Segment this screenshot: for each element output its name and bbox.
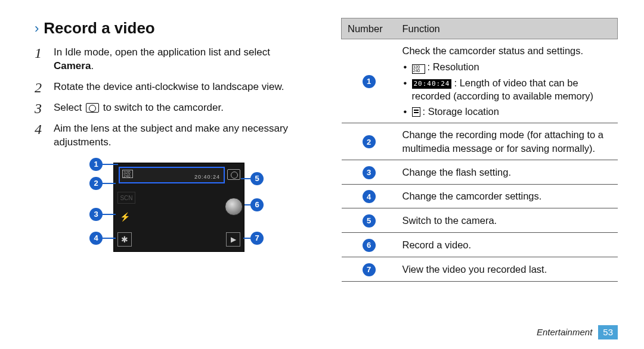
function-text: Change the recording mode (for attaching… <box>402 128 612 155</box>
heading-text: Record a video <box>44 18 154 39</box>
function-text: Check the camcorder status and settings. <box>402 44 612 57</box>
number-badge: 4 <box>363 190 376 203</box>
number-badge: 2 <box>363 135 376 148</box>
footer-section: Entertainment <box>537 326 592 338</box>
callout-line <box>103 238 116 239</box>
table-cell-function: Change the camcorder settings. <box>397 184 618 208</box>
play-last-icon: ▶ <box>226 232 240 247</box>
table-row: 2Change the recording mode (for attachin… <box>342 123 618 160</box>
record-button-icon <box>225 198 243 216</box>
table-cell-function: Check the camcorder status and settings.… <box>397 39 618 123</box>
callout-line <box>243 238 250 239</box>
section-heading: › Record a video <box>35 18 311 39</box>
table-row: 6Record a video. <box>342 233 618 257</box>
callout-7: 7 <box>250 232 264 245</box>
bullet-text: : Storage location <box>423 106 499 117</box>
callout-5: 5 <box>250 172 264 185</box>
table-cell-function: View the video you recorded last. <box>397 257 618 281</box>
bullet-item: 320240: Resolution <box>402 60 612 74</box>
bullet-item: 20:40:24: Length of video that can be re… <box>402 76 612 103</box>
table-row: 1Check the camcorder status and settings… <box>342 39 618 123</box>
callout-line <box>241 178 250 179</box>
time-counter-icon: 20:40:24 <box>412 79 452 89</box>
step-text: Rotate the device anti-clockwise to land… <box>54 81 284 92</box>
callout-1: 1 <box>89 158 103 171</box>
step-1: 1 In Idle mode, open the application lis… <box>35 46 311 73</box>
step-bold: Camera <box>54 60 91 71</box>
time-remaining-icon: 20:40:24 <box>194 173 220 180</box>
table-cell-number: 2 <box>342 123 397 160</box>
callout-3: 3 <box>89 208 103 221</box>
diagram-status-bar: 320240 20:40:24 <box>119 167 225 183</box>
chevron-right-icon: › <box>35 20 39 38</box>
callout-line <box>103 164 118 165</box>
step-4: 4 Aim the lens at the subject and make a… <box>35 122 311 149</box>
settings-gear-icon: ✱ <box>117 232 132 247</box>
bullet-text: : Resolution <box>428 61 479 72</box>
table-row: 4Change the camcorder settings. <box>342 184 618 208</box>
number-badge: 1 <box>363 75 376 88</box>
function-text: Record a video. <box>402 238 612 251</box>
scene-mode-icon: SCN <box>117 192 135 204</box>
step-list: 1 In Idle mode, open the application lis… <box>35 46 311 149</box>
table-cell-number: 3 <box>342 160 397 184</box>
table-header-function: Function <box>397 18 618 39</box>
callout-line <box>103 183 116 184</box>
table-header-number: Number <box>342 18 397 39</box>
step-text: Aim the lens at the subject and make any… <box>54 123 288 148</box>
table-row: 3Change the flash setting. <box>342 160 618 184</box>
callout-6: 6 <box>250 198 264 211</box>
resolution-icon: 320240 <box>122 170 133 178</box>
table-cell-function: Record a video. <box>397 233 618 257</box>
function-text: Change the flash setting. <box>402 166 612 179</box>
step-number: 2 <box>35 78 42 97</box>
table-cell-number: 5 <box>342 208 397 233</box>
number-badge: 5 <box>363 214 376 228</box>
number-badge: 6 <box>363 239 376 252</box>
function-text: View the video you recorded last. <box>402 263 612 276</box>
bullet-item: : Storage location <box>402 105 612 118</box>
table-row: 7View the video you recorded last. <box>342 257 618 281</box>
table-cell-function: Change the flash setting. <box>397 160 618 184</box>
storage-icon <box>412 107 420 117</box>
function-text: Change the camcorder settings. <box>402 189 612 202</box>
table-cell-function: Switch to the camera. <box>397 208 618 233</box>
step-number: 4 <box>35 120 42 139</box>
footer-page-number: 53 <box>598 325 618 339</box>
callout-line <box>244 204 250 205</box>
step-3: 3 Select to switch to the camcorder. <box>35 101 311 115</box>
camera-icon <box>86 103 99 113</box>
function-table: Number Function 1Check the camcorder sta… <box>341 18 618 282</box>
step-number: 1 <box>35 43 42 63</box>
number-badge: 7 <box>363 263 376 276</box>
page-footer: Entertainment 53 <box>537 325 618 339</box>
diagram-screen: 320240 20:40:24 SCN ⚡ ✱ ▶ <box>113 163 244 252</box>
step-text: In Idle mode, open the application list … <box>54 46 270 58</box>
callout-2: 2 <box>89 177 103 190</box>
camcorder-diagram: 320240 20:40:24 SCN ⚡ ✱ ▶ 1 2 3 4 <box>35 157 311 270</box>
table-row: 5Switch to the camera. <box>342 208 618 233</box>
table-cell-number: 1 <box>342 39 397 123</box>
step-number: 3 <box>35 99 42 118</box>
table-cell-function: Change the recording mode (for attaching… <box>397 123 618 160</box>
step-text: Select <box>54 102 85 113</box>
function-bullets: 320240: Resolution20:40:24: Length of vi… <box>402 60 612 119</box>
function-text: Switch to the camera. <box>402 214 612 227</box>
resolution-icon: 320240 <box>412 64 425 74</box>
flash-icon: ⚡ <box>117 210 132 224</box>
callout-4: 4 <box>89 232 103 245</box>
switch-camera-icon <box>227 169 240 180</box>
number-badge: 3 <box>363 166 376 179</box>
table-cell-number: 6 <box>342 233 397 257</box>
callout-line <box>103 214 116 215</box>
table-cell-number: 7 <box>342 257 397 281</box>
step-2: 2 Rotate the device anti-clockwise to la… <box>35 80 311 94</box>
table-cell-number: 4 <box>342 184 397 208</box>
